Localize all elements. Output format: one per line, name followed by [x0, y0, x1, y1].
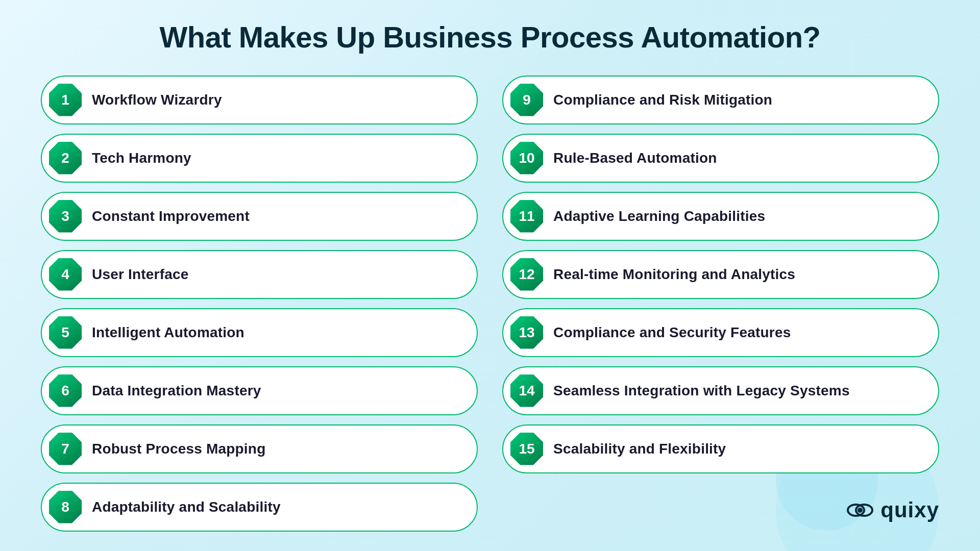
item-label: Real-time Monitoring and Analytics [553, 266, 795, 283]
number-badge: 1 [49, 84, 82, 116]
number-badge: 8 [49, 491, 82, 523]
item-label: User Interface [92, 266, 189, 283]
list-item: 3Constant Improvement [41, 192, 478, 241]
list-item: 5Intelligent Automation [41, 308, 478, 357]
list-item: 11Adaptive Learning Capabilities [502, 192, 939, 241]
quixy-logo-icon [846, 500, 874, 520]
svg-point-2 [857, 508, 863, 513]
item-label: Compliance and Security Features [553, 324, 791, 341]
list-item: 12Real-time Monitoring and Analytics [502, 250, 939, 299]
list-item: 9Compliance and Risk Mitigation [502, 76, 939, 124]
list-item: 1Workflow Wizardry [41, 76, 478, 124]
number-badge: 15 [510, 433, 543, 465]
item-label: Data Integration Mastery [92, 383, 261, 399]
number-badge: 7 [49, 433, 82, 465]
item-label: Seamless Integration with Legacy Systems [553, 383, 850, 399]
number-badge: 10 [510, 142, 543, 174]
number-badge: 11 [510, 200, 543, 233]
list-item: 2Tech Harmony [41, 134, 478, 183]
number-badge: 14 [510, 374, 543, 407]
item-label: Constant Improvement [92, 208, 250, 224]
item-label: Workflow Wizardry [92, 92, 222, 108]
logo-text: quixy [880, 498, 939, 522]
number-badge: 3 [49, 200, 82, 233]
item-label: Intelligent Automation [92, 324, 244, 341]
number-badge: 9 [510, 84, 543, 116]
number-badge: 4 [49, 258, 82, 291]
list-item: 15Scalability and Flexibility [502, 424, 939, 473]
item-label: Adaptability and Scalability [92, 499, 281, 515]
number-badge: 2 [49, 142, 82, 174]
list-item: 6Data Integration Mastery [41, 366, 478, 415]
item-label: Adaptive Learning Capabilities [553, 208, 765, 224]
list-item: 8Adaptability and Scalability [41, 483, 478, 532]
list-item: 13Compliance and Security Features [502, 308, 939, 357]
item-label: Rule-Based Automation [553, 150, 717, 166]
logo-area: quixy [846, 498, 939, 522]
list-item: 7Robust Process Mapping [41, 424, 478, 473]
list-item: 14Seamless Integration with Legacy Syste… [502, 366, 939, 415]
item-label: Tech Harmony [92, 150, 191, 166]
number-badge: 12 [510, 258, 543, 291]
number-badge: 6 [49, 374, 82, 407]
number-badge: 13 [510, 316, 543, 349]
page-wrapper: What Makes Up Business Process Automatio… [41, 20, 939, 532]
page-title: What Makes Up Business Process Automatio… [159, 20, 820, 54]
list-item: 4User Interface [41, 250, 478, 299]
item-label: Robust Process Mapping [92, 441, 265, 457]
items-grid: 1Workflow Wizardry9Compliance and Risk M… [41, 76, 939, 532]
list-item: 10Rule-Based Automation [502, 134, 939, 183]
number-badge: 5 [49, 316, 82, 349]
item-label: Compliance and Risk Mitigation [553, 92, 772, 108]
item-label: Scalability and Flexibility [553, 441, 726, 457]
